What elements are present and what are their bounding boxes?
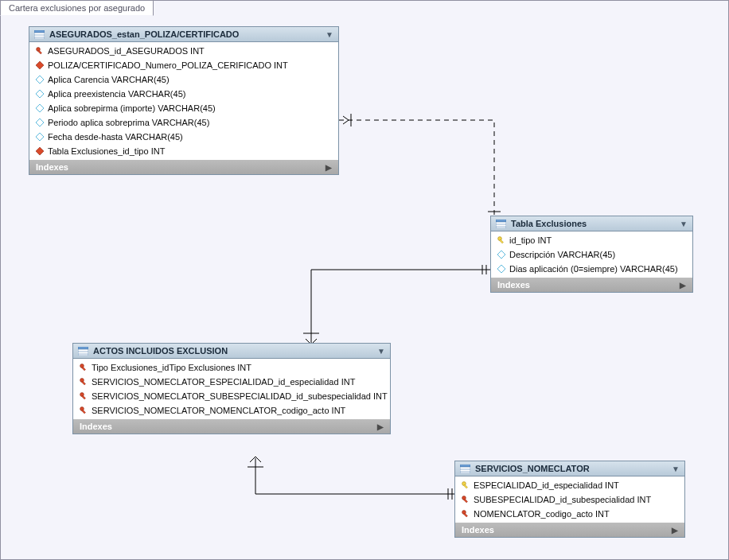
- table-icon: [496, 220, 506, 228]
- table-title: ACTOS INCLUIDOS EXCLUSION: [93, 346, 372, 356]
- columns-list: Tipo Exclusiones_idTipo Exclusiones INTS…: [73, 359, 390, 419]
- column-text: ASEGURADOS_id_ASEGURADOS INT: [48, 46, 205, 56]
- table-asegurados[interactable]: ASEGURADOS_estan_POLIZA/CERTIFICADO ▼ AS…: [29, 26, 339, 175]
- column-row[interactable]: SUBESPECIALIDAD_id_subespecialidad INT: [455, 492, 684, 507]
- table-title: ASEGURADOS_estan_POLIZA/CERTIFICADO: [49, 29, 321, 39]
- table-header[interactable]: ACTOS INCLUIDOS EXCLUSION ▼: [73, 344, 390, 359]
- column-text: Aplica Carencia VARCHAR(45): [48, 75, 170, 84]
- indexes-section[interactable]: Indexes ▶: [491, 278, 692, 292]
- svg-marker-19: [497, 251, 505, 259]
- column-row[interactable]: NOMENCLATOR_codigo_acto INT: [455, 507, 684, 521]
- svg-marker-8: [36, 90, 44, 98]
- svg-rect-14: [496, 222, 506, 228]
- column-text: Tabla Exclusiones_id_tipo INT: [48, 146, 165, 156]
- expand-icon[interactable]: ▶: [672, 526, 678, 535]
- indexes-label: Indexes: [497, 280, 530, 290]
- column-row[interactable]: Tabla Exclusiones_id_tipo INT: [29, 144, 338, 158]
- column-text: Periodo aplica sobreprima VARCHAR(45): [48, 118, 209, 127]
- collapse-icon[interactable]: ▼: [326, 30, 333, 39]
- column-row[interactable]: SERVICIOS_NOMECLATOR_NOMENCLATOR_codigo_…: [73, 403, 390, 418]
- expand-icon[interactable]: ▶: [326, 163, 332, 172]
- svg-rect-33: [460, 465, 470, 467]
- pk-red-icon: [80, 392, 88, 400]
- table-exclusiones[interactable]: Tabla Exclusiones ▼ id_tipo INTDescripci…: [490, 216, 693, 293]
- column-row[interactable]: ESPECIALIDAD_id_especialidad INT: [455, 478, 684, 492]
- svg-rect-13: [496, 220, 506, 222]
- column-text: Fecha desde-hasta VARCHAR(45): [48, 132, 183, 142]
- indexes-label: Indexes: [462, 525, 494, 535]
- svg-rect-1: [34, 33, 45, 39]
- pk-yellow-icon: [497, 236, 505, 244]
- column-row[interactable]: ASEGURADOS_id_ASEGURADOS INT: [29, 44, 338, 58]
- diagram-tab[interactable]: Cartera exclusiones por asegurado: [0, 0, 154, 16]
- column-row[interactable]: Fecha desde-hasta VARCHAR(45): [29, 130, 338, 144]
- dia-icon: [36, 104, 44, 112]
- pk-red-icon: [462, 510, 470, 518]
- collapse-icon[interactable]: ▼: [680, 220, 688, 228]
- column-row[interactable]: Aplica Carencia VARCHAR(45): [29, 72, 338, 87]
- column-row[interactable]: Aplica preexistencia VARCHAR(45): [29, 87, 338, 101]
- table-icon: [34, 30, 45, 39]
- column-text: id_tipo INT: [509, 235, 552, 245]
- expand-icon[interactable]: ▶: [377, 422, 384, 431]
- pk-red-icon: [80, 364, 88, 371]
- dia-icon: [36, 76, 44, 84]
- expand-icon[interactable]: ▶: [680, 281, 686, 290]
- column-row[interactable]: Tipo Exclusiones_idTipo Exclusiones INT: [73, 360, 390, 375]
- column-text: SUBESPECIALIDAD_id_subespecialidad INT: [474, 495, 651, 504]
- column-row[interactable]: POLIZA/CERTIFICADO_Numero_POLIZA_CERIFIC…: [29, 58, 338, 72]
- table-title: Tabla Exclusiones: [511, 219, 675, 228]
- indexes-label: Indexes: [80, 422, 112, 431]
- dia-icon: [36, 133, 44, 141]
- svg-marker-12: [36, 147, 44, 155]
- table-title: SERVICIOS_NOMECLATOR: [475, 464, 667, 473]
- pk-yellow-icon: [462, 481, 470, 489]
- svg-marker-20: [497, 265, 505, 273]
- column-text: ESPECIALIDAD_id_especialidad INT: [474, 480, 619, 490]
- column-text: POLIZA/CERTIFICADO_Numero_POLIZA_CERIFIC…: [48, 60, 288, 70]
- dia-icon: [36, 90, 44, 98]
- column-row[interactable]: id_tipo INT: [491, 233, 692, 247]
- table-header[interactable]: ASEGURADOS_estan_POLIZA/CERTIFICADO ▼: [29, 27, 338, 42]
- indexes-section[interactable]: Indexes ▶: [73, 419, 390, 434]
- pk-red-icon: [36, 47, 44, 55]
- collapse-icon[interactable]: ▼: [377, 347, 385, 356]
- column-text: NOMENCLATOR_codigo_acto INT: [474, 509, 610, 519]
- indexes-label: Indexes: [36, 162, 68, 172]
- svg-rect-22: [78, 349, 88, 356]
- indexes-section[interactable]: Indexes ▶: [455, 523, 684, 537]
- fk-red-icon: [36, 147, 44, 155]
- table-icon: [78, 347, 88, 356]
- column-row[interactable]: Dias aplicación (0=siempre) VARCHAR(45): [491, 262, 692, 276]
- table-servicios[interactable]: SERVICIOS_NOMECLATOR ▼ ESPECIALIDAD_id_e…: [454, 461, 685, 538]
- erd-canvas: Cartera exclusiones por asegurado ASEGUR…: [0, 0, 729, 560]
- column-row[interactable]: Periodo aplica sobreprima VARCHAR(45): [29, 115, 338, 130]
- dia-icon: [497, 265, 505, 273]
- svg-marker-10: [36, 119, 44, 126]
- column-row[interactable]: SERVICIOS_NOMECLATOR_SUBESPECIALIDAD_id_…: [73, 389, 390, 403]
- table-actos[interactable]: ACTOS INCLUIDOS EXCLUSION ▼ Tipo Exclusi…: [72, 343, 391, 434]
- collapse-icon[interactable]: ▼: [672, 465, 680, 473]
- table-header[interactable]: SERVICIOS_NOMECLATOR ▼: [455, 461, 684, 476]
- column-text: Tipo Exclusiones_idTipo Exclusiones INT: [92, 363, 251, 372]
- svg-marker-6: [36, 61, 44, 69]
- table-header[interactable]: Tabla Exclusiones ▼: [491, 216, 692, 231]
- columns-list: ESPECIALIDAD_id_especialidad INTSUBESPEC…: [455, 476, 684, 523]
- column-row[interactable]: Descripción VARCHAR(45): [491, 247, 692, 262]
- column-text: SERVICIOS_NOMECLATOR_NOMENCLATOR_codigo_…: [92, 406, 345, 415]
- svg-marker-7: [36, 76, 44, 84]
- column-row[interactable]: SERVICIOS_NOMECLATOR_ESPECIALIDAD_id_esp…: [73, 375, 390, 389]
- indexes-section[interactable]: Indexes ▶: [29, 160, 338, 174]
- svg-rect-34: [460, 467, 470, 473]
- fk-red-icon: [36, 61, 44, 69]
- column-row[interactable]: Aplica sobrepirma (importe) VARCHAR(45): [29, 101, 338, 115]
- column-text: Aplica sobrepirma (importe) VARCHAR(45): [48, 103, 216, 113]
- column-text: SERVICIOS_NOMECLATOR_SUBESPECIALIDAD_id_…: [92, 391, 388, 401]
- columns-list: ASEGURADOS_id_ASEGURADOS INTPOLIZA/CERTI…: [29, 42, 338, 160]
- column-text: Dias aplicación (0=siempre) VARCHAR(45): [509, 264, 678, 274]
- table-icon: [460, 465, 470, 473]
- pk-red-icon: [80, 378, 88, 386]
- svg-rect-0: [34, 30, 45, 33]
- dia-icon: [497, 251, 505, 259]
- pk-red-icon: [462, 496, 470, 504]
